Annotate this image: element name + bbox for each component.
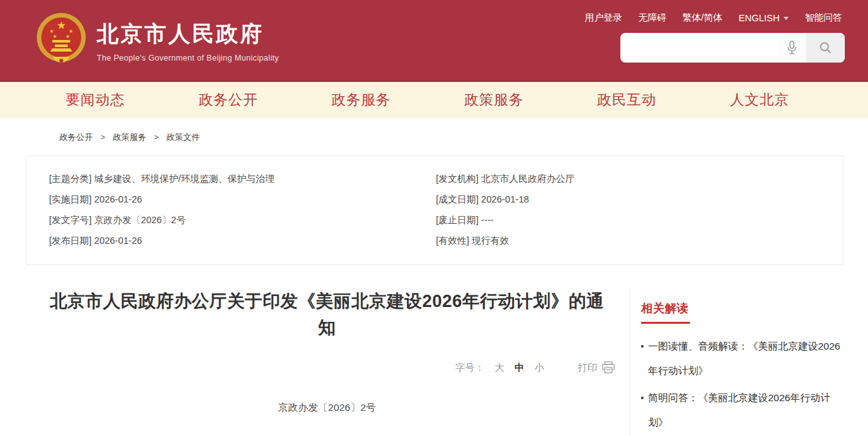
meta-label: [发布日期] — [49, 235, 92, 246]
meta-right-column: [发文机构] 北京市人民政府办公厅 [成文日期] 2026-01-18 [废止日… — [436, 168, 843, 251]
related-reading-link-qa[interactable]: 简明问答：《美丽北京建设2026年行动计划》 — [641, 386, 843, 435]
breadcrumb: 政务公开 > 政策服务 > 政策文件 — [0, 118, 868, 143]
related-reading-sidebar: 相关解读 一图读懂、音频解读：《美丽北京建设2026年行动计划》 简明问答：《美… — [629, 286, 843, 436]
document-number: 京政办发〔2026〕2号 — [25, 401, 629, 415]
meta-label: [主题分类] — [49, 173, 92, 184]
english-link-label: ENGLISH — [738, 13, 780, 23]
document-meta-box: [主题分类] 城乡建设、环境保护/环境监测、保护与治理 [实施日期] 2026-… — [26, 155, 843, 265]
sidebar-title-underline — [641, 322, 690, 324]
article-column: 北京市人民政府办公厅关于印发《美丽北京建设2026年行动计划》的通知 字号： 大… — [25, 286, 629, 436]
meta-value: 2026-01-26 — [94, 194, 142, 204]
font-size-label: 字号： — [455, 362, 484, 374]
site-logo[interactable]: ★ ★ ★ ★ ★ 北京市人民政府 The People's Governmen… — [36, 9, 279, 66]
site-header: ★ ★ ★ ★ ★ 北京市人民政府 The People's Governmen… — [0, 0, 868, 82]
meta-label: [实施日期] — [49, 194, 92, 204]
nav-item-culture-beijing[interactable]: 人文北京 — [730, 90, 789, 110]
article-title: 北京市人民政府办公厅关于印发《美丽北京建设2026年行动计划》的通知 — [43, 288, 611, 341]
meta-row-topic-category: [主题分类] 城乡建设、环境保护/环境监测、保护与治理 — [49, 168, 436, 189]
meta-row-issuing-agency: [发文机构] 北京市人民政府办公厅 — [436, 168, 843, 189]
article-tools: 字号： 大 中 小 打印 — [25, 361, 629, 374]
breadcrumb-separator: > — [101, 133, 105, 142]
meta-row-repeal-date: [废止日期] ---- — [436, 210, 843, 230]
bullet-icon — [641, 345, 644, 348]
smart-qa-link[interactable]: 智能问答 — [805, 12, 842, 24]
search-input[interactable] — [620, 33, 778, 63]
search-submit-button[interactable] — [806, 33, 845, 63]
mic-icon — [786, 41, 798, 55]
nav-item-gov-openness[interactable]: 政务公开 — [199, 90, 258, 110]
print-button[interactable]: 打印 — [578, 361, 615, 374]
meta-label: [发文机构] — [436, 173, 478, 184]
font-size-medium-button[interactable]: 中 — [515, 362, 524, 374]
meta-left-column: [主题分类] 城乡建设、环境保护/环境监测、保护与治理 [实施日期] 2026-… — [49, 168, 436, 251]
nav-item-public-interaction[interactable]: 政民互动 — [597, 90, 656, 110]
search-bar — [620, 33, 845, 63]
meta-row-written-date: [成文日期] 2026-01-18 — [436, 189, 843, 210]
national-emblem-icon: ★ ★ ★ ★ ★ — [36, 9, 86, 66]
svg-text:★: ★ — [65, 34, 70, 39]
search-icon — [819, 41, 832, 54]
traditional-simplified-link[interactable]: 繁体/简体 — [682, 12, 722, 24]
meta-value: 现行有效 — [472, 235, 509, 246]
meta-row-validity: [有效性] 现行有效 — [436, 230, 843, 251]
breadcrumb-item-gov-openness[interactable]: 政务公开 — [59, 132, 93, 143]
nav-item-news[interactable]: 要闻动态 — [66, 90, 125, 110]
utility-nav: 用户登录 无障碍 繁体/简体 ENGLISH 智能问答 — [585, 12, 842, 24]
site-subtitle: The People's Government of Beijing Munic… — [97, 54, 279, 63]
sidebar-list: 一图读懂、音频解读：《美丽北京建设2026年行动计划》 简明问答：《美丽北京建设… — [641, 334, 843, 435]
font-size-large-button[interactable]: 大 — [495, 362, 504, 374]
brand-text: 北京市人民政府 The People's Government of Beiji… — [97, 9, 279, 63]
primary-nav: 要闻动态 政务公开 政务服务 政策服务 政民互动 人文北京 — [0, 82, 868, 118]
meta-value: ---- — [481, 215, 493, 225]
nav-item-gov-services[interactable]: 政务服务 — [331, 90, 391, 110]
bullet-icon — [641, 397, 644, 399]
breadcrumb-item-policy-documents[interactable]: 政策文件 — [166, 132, 200, 143]
meta-row-publish-date: [发布日期] 2026-01-26 — [49, 230, 436, 251]
content-area: 北京市人民政府办公厅关于印发《美丽北京建设2026年行动计划》的通知 字号： 大… — [0, 286, 868, 436]
meta-value: 2026-01-18 — [481, 194, 529, 204]
svg-text:★: ★ — [56, 19, 66, 32]
meta-value: 城乡建设、环境保护/环境监测、保护与治理 — [94, 173, 275, 184]
printer-icon — [602, 361, 615, 374]
breadcrumb-item-policy-services[interactable]: 政策服务 — [113, 132, 146, 143]
meta-value: 北京市人民政府办公厅 — [481, 173, 575, 184]
sidebar-title: 相关解读 — [641, 301, 843, 316]
meta-label: [发文字号] — [49, 215, 92, 225]
related-reading-link-infographic[interactable]: 一图读懂、音频解读：《美丽北京建设2026年行动计划》 — [641, 334, 843, 383]
meta-value: 2026-01-26 — [94, 235, 142, 246]
nav-item-policy-services[interactable]: 政策服务 — [464, 90, 524, 110]
user-login-link[interactable]: 用户登录 — [585, 12, 622, 24]
related-reading-text: 简明问答：《美丽北京建设2026年行动计划》 — [648, 386, 843, 435]
meta-label: [成文日期] — [436, 194, 478, 204]
breadcrumb-separator: > — [154, 133, 159, 142]
site-title: 北京市人民政府 — [97, 19, 279, 49]
meta-value: 京政办发〔2026〕2号 — [94, 215, 186, 225]
accessibility-link[interactable]: 无障碍 — [638, 12, 667, 24]
related-reading-text: 一图读懂、音频解读：《美丽北京建设2026年行动计划》 — [648, 334, 843, 383]
caret-down-icon — [784, 17, 789, 20]
svg-text:★: ★ — [52, 34, 57, 39]
voice-search-button[interactable] — [778, 33, 806, 63]
meta-row-doc-number: [发文字号] 京政办发〔2026〕2号 — [49, 210, 436, 230]
font-size-small-button[interactable]: 小 — [535, 362, 544, 374]
print-label: 打印 — [578, 362, 597, 374]
meta-label: [废止日期] — [436, 215, 478, 225]
english-link[interactable]: ENGLISH — [738, 13, 789, 23]
meta-label: [有效性] — [436, 235, 469, 246]
meta-row-effective-date: [实施日期] 2026-01-26 — [49, 189, 436, 210]
